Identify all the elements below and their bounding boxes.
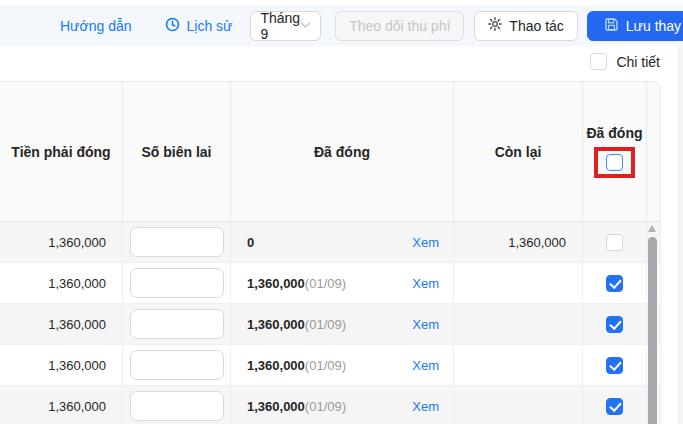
table-row: 1,360,000 1,360,000 (01/09) Xem xyxy=(0,304,660,345)
receipt-no-input[interactable] xyxy=(130,309,224,339)
receipt-no-cell xyxy=(122,345,230,385)
paid-cell: 0 Xem xyxy=(230,222,453,262)
paid-amount: 1,360,000 xyxy=(247,358,305,373)
history-clock-icon xyxy=(165,17,180,35)
column-header-amount-due: Tiền phải đóng xyxy=(0,82,122,221)
paid-cell: 1,360,000 (01/09) Xem xyxy=(230,386,453,424)
remaining-cell xyxy=(453,304,582,344)
receipt-no-input[interactable] xyxy=(130,227,224,257)
remaining-cell xyxy=(453,386,582,424)
column-header-spacer xyxy=(646,82,661,221)
chevron-down-icon xyxy=(300,20,311,31)
track-fee-button-label: Theo dõi thu phí xyxy=(349,18,450,34)
gear-icon xyxy=(488,17,502,34)
remaining-cell: 1,360,000 xyxy=(453,222,582,262)
paid-amount: 1,360,000 xyxy=(247,276,305,291)
fee-collection-page: Hướng dẫn Lịch sử Tháng 9 Theo dõi thu p… xyxy=(0,0,683,424)
receipt-no-input[interactable] xyxy=(130,391,224,421)
paid-date: (01/09) xyxy=(305,399,346,414)
amount-due-cell: 1,360,000 xyxy=(0,386,122,424)
paid-cell: 1,360,000 (01/09) Xem xyxy=(230,345,453,385)
table-body: 1,360,000 0 Xem 1,360,000 1,360,000 1,36… xyxy=(0,222,661,424)
remaining-cell xyxy=(453,345,582,385)
scrollbar-up-arrow-icon[interactable] xyxy=(648,225,656,232)
guide-link[interactable]: Hướng dẫn xyxy=(60,18,131,34)
track-fee-button[interactable]: Theo dõi thu phí xyxy=(335,11,464,41)
paid-date: (01/09) xyxy=(305,358,346,373)
detail-checkbox-label: Chi tiết xyxy=(616,54,660,70)
receipt-no-cell xyxy=(122,304,230,344)
paid-date: (01/09) xyxy=(305,276,346,291)
month-select[interactable]: Tháng 9 xyxy=(250,11,321,41)
table-row: 1,360,000 1,360,000 (01/09) Xem xyxy=(0,345,660,386)
paid-check-cell xyxy=(582,345,646,385)
paid-cell: 1,360,000 (01/09) Xem xyxy=(230,304,453,344)
column-header-receipt-no: Số biên lai xyxy=(122,82,230,221)
paid-check-cell xyxy=(582,263,646,303)
row-paid-checkbox[interactable] xyxy=(606,357,623,374)
actions-button-label: Thao tác xyxy=(509,18,563,34)
column-header-paid-check: Đã đóng xyxy=(582,82,646,221)
paid-amount: 0 xyxy=(247,235,254,250)
select-all-paid-checkbox[interactable] xyxy=(606,154,623,171)
paid-amount: 1,360,000 xyxy=(247,399,305,414)
history-link[interactable]: Lịch sử xyxy=(165,17,232,35)
table-row: 1,360,000 1,360,000 (01/09) Xem xyxy=(0,263,660,304)
paid-check-cell xyxy=(582,304,646,344)
guide-link-label: Hướng dẫn xyxy=(60,18,131,34)
paid-check-cell xyxy=(582,386,646,424)
amount-due-cell: 1,360,000 xyxy=(0,222,122,262)
receipt-no-cell xyxy=(122,222,230,262)
view-link[interactable]: Xem xyxy=(412,276,439,291)
paid-date: (01/09) xyxy=(305,317,346,332)
receipt-no-cell xyxy=(122,386,230,424)
view-link[interactable]: Xem xyxy=(412,317,439,332)
view-link[interactable]: Xem xyxy=(412,358,439,373)
paid-cell: 1,360,000 (01/09) Xem xyxy=(230,263,453,303)
remaining-cell xyxy=(453,263,582,303)
receipt-no-cell xyxy=(122,263,230,303)
receipt-no-input[interactable] xyxy=(130,268,224,298)
save-icon xyxy=(604,17,619,35)
vertical-scrollbar[interactable] xyxy=(647,222,658,424)
view-link[interactable]: Xem xyxy=(412,399,439,414)
fee-table: Tiền phải đóng Số biên lai Đã đóng Còn l… xyxy=(0,81,661,424)
row-paid-checkbox[interactable] xyxy=(606,316,623,333)
toolbar: Hướng dẫn Lịch sử Tháng 9 Theo dõi thu p… xyxy=(0,5,683,46)
save-changes-button-label: Lưu thay đổi xyxy=(626,18,683,34)
detail-toggle-row: Chi tiết xyxy=(590,53,660,70)
detail-checkbox[interactable] xyxy=(590,53,607,70)
history-link-label: Lịch sử xyxy=(186,18,232,34)
paid-check-cell xyxy=(582,222,646,262)
row-paid-checkbox[interactable] xyxy=(606,275,623,292)
table-row: 1,360,000 1,360,000 (01/09) Xem xyxy=(0,386,660,424)
row-paid-checkbox[interactable] xyxy=(606,234,623,251)
table-row: 1,360,000 0 Xem 1,360,000 xyxy=(0,222,660,263)
paid-amount: 1,360,000 xyxy=(247,317,305,332)
column-header-remaining: Còn lại xyxy=(453,82,582,221)
save-changes-button[interactable]: Lưu thay đổi xyxy=(587,11,683,41)
table-header-row: Tiền phải đóng Số biên lai Đã đóng Còn l… xyxy=(0,81,661,222)
scrollbar-thumb[interactable] xyxy=(648,237,657,424)
row-paid-checkbox[interactable] xyxy=(606,398,623,415)
red-annotation-highlight xyxy=(594,147,635,178)
actions-button[interactable]: Thao tác xyxy=(474,11,577,41)
amount-due-cell: 1,360,000 xyxy=(0,345,122,385)
month-select-value: Tháng 9 xyxy=(260,10,300,42)
column-header-paid: Đã đóng xyxy=(230,82,453,221)
amount-due-cell: 1,360,000 xyxy=(0,263,122,303)
receipt-no-input[interactable] xyxy=(130,350,224,380)
amount-due-cell: 1,360,000 xyxy=(0,304,122,344)
column-header-paid-check-label: Đã đóng xyxy=(587,125,643,141)
page-scrollbar-track xyxy=(678,46,683,424)
view-link[interactable]: Xem xyxy=(412,235,439,250)
